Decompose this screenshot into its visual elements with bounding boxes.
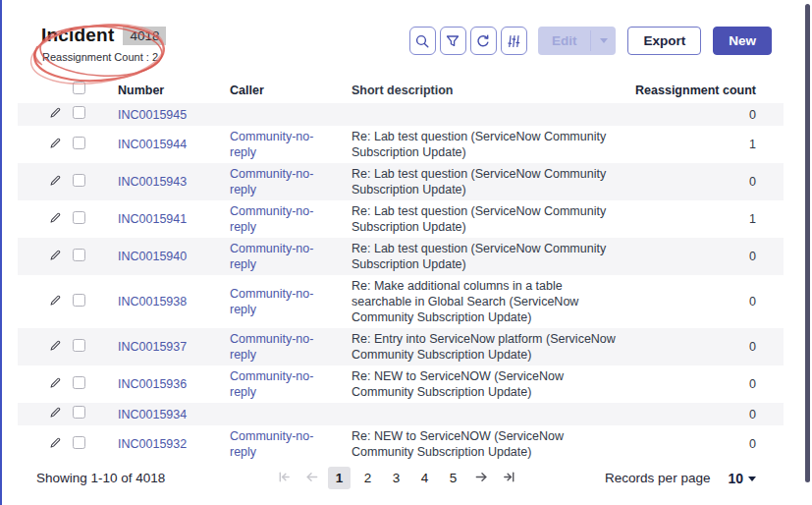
pencil-icon <box>49 294 62 310</box>
table-row: INC0015932 Community-no-reply Re: NEW to… <box>18 425 784 463</box>
list-footer: Showing 1-10 of 4018 12345 <box>0 467 812 505</box>
incident-number-link[interactable]: INC0015937 <box>118 340 187 354</box>
row-checkbox[interactable] <box>73 436 85 449</box>
short-description-cell: Re: Make additional columns in a table s… <box>352 278 626 325</box>
page-number-button[interactable]: 1 <box>328 467 351 489</box>
column-header-number[interactable]: Number <box>118 83 230 98</box>
table-body: INC0015945 0 INC0015944 Community-no-rep… <box>18 103 784 463</box>
short-description-cell: Re: NEW to ServiceNOW (ServiceNow Commun… <box>352 428 626 460</box>
vertical-scrollbar[interactable] <box>805 4 810 482</box>
pencil-icon <box>49 211 62 228</box>
caller-link[interactable]: Community-no-reply <box>230 369 313 399</box>
caller-link[interactable]: Community-no-reply <box>230 167 313 196</box>
records-per-page-label: Records per page <box>605 471 710 485</box>
export-button[interactable]: Export <box>627 27 701 55</box>
incident-number-link[interactable]: INC0015936 <box>118 377 187 391</box>
column-header-caller[interactable]: Caller <box>230 83 352 98</box>
row-edit-button[interactable] <box>35 211 73 228</box>
incident-number-link[interactable]: INC0015938 <box>118 295 187 309</box>
row-edit-button[interactable] <box>35 137 73 153</box>
edit-dropdown-button[interactable] <box>591 27 616 55</box>
list-header: Incident 4018 Reassignment Count : 2 <box>0 0 812 77</box>
reassignment-count-cell: 0 <box>626 407 756 422</box>
incident-number-link[interactable]: INC0015943 <box>118 175 187 189</box>
page-numbers: 12345 <box>328 467 464 489</box>
page-title: Incident <box>41 25 114 46</box>
pencil-icon <box>49 339 62 356</box>
records-per-page: Records per page 10 <box>519 471 756 486</box>
caller-link[interactable]: Community-no-reply <box>230 332 313 362</box>
record-count-badge: 4018 <box>123 27 166 45</box>
page-number-button[interactable]: 3 <box>385 467 407 489</box>
incident-number-link[interactable]: INC0015945 <box>118 108 187 122</box>
next-page-icon <box>474 470 489 487</box>
table-row: INC0015945 0 <box>18 103 784 126</box>
last-page-icon <box>502 470 516 487</box>
page-number-button[interactable]: 5 <box>442 467 464 489</box>
caller-link[interactable]: Community-no-reply <box>230 287 313 316</box>
previous-page-icon <box>304 470 319 487</box>
previous-page-button[interactable] <box>300 468 322 489</box>
personalize-list-button[interactable] <box>501 27 527 55</box>
records-per-page-select[interactable]: 10 <box>728 471 756 486</box>
caller-link[interactable]: Community-no-reply <box>230 130 313 159</box>
filter-button[interactable] <box>440 27 466 55</box>
row-checkbox[interactable] <box>73 376 85 389</box>
new-button[interactable]: New <box>713 27 772 55</box>
records-per-page-value: 10 <box>728 471 743 486</box>
row-checkbox[interactable] <box>73 339 85 352</box>
refresh-button[interactable] <box>470 27 497 55</box>
row-checkbox[interactable] <box>73 137 85 149</box>
pencil-icon <box>49 406 62 422</box>
list-toolbar: Edit Export New <box>409 27 772 55</box>
first-page-button[interactable] <box>273 468 295 489</box>
row-edit-button[interactable] <box>35 174 73 191</box>
column-header-reassignment-count[interactable]: Reassignment count <box>626 83 756 98</box>
incident-table: Number Caller Short description Reassign… <box>18 77 784 463</box>
short-description-cell: Re: Lab test question (ServiceNow Commun… <box>352 166 626 197</box>
pencil-icon <box>49 249 62 265</box>
reassignment-count-note: Reassignment Count : 2 <box>42 51 166 63</box>
row-checkbox[interactable] <box>73 174 85 187</box>
row-edit-button[interactable] <box>35 436 73 453</box>
search-button[interactable] <box>409 27 436 55</box>
row-checkbox[interactable] <box>73 106 85 119</box>
row-edit-button[interactable] <box>35 406 73 422</box>
table-row: INC0015934 0 <box>18 403 784 425</box>
row-edit-button[interactable] <box>35 106 73 123</box>
reassignment-count-cell: 0 <box>626 174 756 190</box>
row-edit-button[interactable] <box>35 339 73 356</box>
incident-number-link[interactable]: INC0015932 <box>118 437 187 451</box>
row-edit-button[interactable] <box>35 249 73 265</box>
window-left-border <box>0 0 2 505</box>
caller-link[interactable]: Community-no-reply <box>230 204 313 234</box>
row-edit-button[interactable] <box>35 376 73 393</box>
row-checkbox[interactable] <box>73 294 85 307</box>
incident-number-link[interactable]: INC0015944 <box>118 138 187 151</box>
column-header-short-description[interactable]: Short description <box>352 83 626 98</box>
edit-button[interactable]: Edit <box>538 27 591 55</box>
filter-icon <box>445 33 460 49</box>
row-edit-button[interactable] <box>35 294 73 310</box>
table-row: INC0015940 Community-no-reply Re: Lab te… <box>18 238 784 275</box>
row-checkbox[interactable] <box>73 249 85 261</box>
row-checkbox[interactable] <box>73 406 85 419</box>
page-number-button[interactable]: 2 <box>356 467 379 489</box>
page-number-button[interactable]: 4 <box>413 467 436 489</box>
reassignment-count-cell: 1 <box>626 211 756 227</box>
incident-number-link[interactable]: INC0015940 <box>118 250 187 263</box>
incident-number-link[interactable]: INC0015934 <box>118 408 187 421</box>
pencil-icon <box>49 174 62 191</box>
row-checkbox[interactable] <box>73 211 85 224</box>
short-description-cell: Re: Entry into ServiceNow platform (Serv… <box>352 331 626 363</box>
pencil-icon <box>49 376 62 393</box>
table-header-row: Number Caller Short description Reassign… <box>18 77 784 103</box>
caller-link[interactable]: Community-no-reply <box>230 429 313 459</box>
table-row: INC0015938 Community-no-reply Re: Make a… <box>18 275 784 328</box>
next-page-button[interactable] <box>470 468 492 489</box>
caller-link[interactable]: Community-no-reply <box>230 242 313 271</box>
last-page-button[interactable] <box>498 468 519 489</box>
pagination: 12345 <box>273 467 519 489</box>
select-all-checkbox[interactable] <box>73 82 85 94</box>
incident-number-link[interactable]: INC0015941 <box>118 212 187 226</box>
